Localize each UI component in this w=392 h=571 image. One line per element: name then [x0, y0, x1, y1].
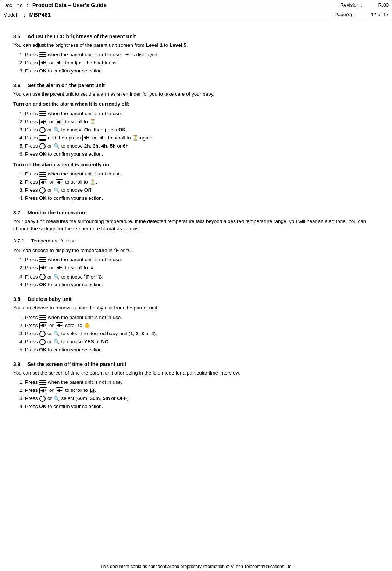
- section-39-heading: 3.9 Set the screen off time of the paren…: [13, 361, 379, 368]
- ok-circle-icon: [39, 396, 46, 402]
- section-36-turn-off-heading: Turn off the alarm when it is currently …: [13, 161, 379, 169]
- vol-plus-icon: ◀+: [39, 179, 47, 186]
- list-item: Press OK to confirm your selection.: [25, 403, 379, 411]
- ok-circle-icon: [39, 339, 46, 345]
- pages-value: 12 of 17: [371, 12, 389, 17]
- list-item: Press when the parent unit is not in use…: [25, 314, 379, 322]
- menu-icon: [39, 315, 46, 320]
- search-icon: 🔍: [54, 273, 60, 281]
- doc-title-label: Doc Title: [3, 3, 23, 8]
- list-item: Press or 🔍 to choose YES or NO: [25, 338, 379, 346]
- header-colon1: :: [24, 3, 31, 8]
- list-item: Press or 🔍 to choose 2h, 3h, 4h, 5h or 6…: [25, 142, 379, 150]
- search-icon: 🔍: [54, 338, 60, 345]
- section-371-heading: 3.7.1 Temperature format: [13, 237, 379, 245]
- list-item: Press or 🔍 to choose On, then press OK.: [25, 126, 379, 134]
- list-item: Press ◀+ or ◀– to adjust the brightness.: [25, 59, 379, 67]
- list-item: Press ◀+ or ◀– to scroll to ⏳.: [25, 178, 379, 186]
- section-39-steps: Press when the parent unit is not in use…: [13, 379, 379, 411]
- section-36-turn-on-steps: Press when the parent unit is not in use…: [13, 110, 379, 158]
- section-36-heading: 3.6 Set the alarm on the parent unit: [13, 82, 379, 89]
- ok-circle-icon: [39, 187, 46, 194]
- ok-circle-icon: [39, 143, 46, 149]
- list-item: Press and then press ◀+ or ◀– to scroll …: [25, 134, 379, 142]
- vol-minus-icon: ◀–: [56, 265, 64, 271]
- search-icon: 🔍: [54, 126, 60, 134]
- ok-circle-icon: [39, 274, 46, 280]
- vol-plus-icon: ◀+: [82, 135, 90, 141]
- model-value: MBP481: [29, 11, 51, 18]
- revision-value: R.00: [378, 2, 389, 8]
- model-label: Model: [3, 12, 17, 18]
- list-item: Press OK to confirm your selection.: [25, 281, 379, 289]
- section-36-turn-off-steps: Press when the parent unit is not in use…: [13, 170, 379, 202]
- screen-icon: 🖼: [90, 387, 95, 394]
- main-content: 3.5 Adjust the LCD brightness of the par…: [0, 19, 392, 571]
- search-icon: 🔍: [54, 395, 60, 402]
- vol-plus-icon: ◀+: [39, 119, 47, 125]
- list-item: Press or 🔍 to choose Off: [25, 187, 379, 194]
- section-371-steps: Press when the parent unit is not in use…: [13, 256, 379, 289]
- list-item: Press OK to confirm your selection.: [25, 67, 379, 75]
- footer-text: This document contains confidential and …: [100, 564, 291, 569]
- list-item: Press OK to confirm your selection.: [25, 195, 379, 202]
- vol-minus-icon: ◀–: [56, 60, 64, 66]
- pages-label: Page(s) :: [335, 12, 355, 17]
- section-35-heading: 3.5 Adjust the LCD brightness of the par…: [13, 33, 379, 40]
- list-item: Press when the parent unit is not in use…: [25, 51, 379, 59]
- list-item: Press when the parent unit is not in use…: [25, 379, 379, 386]
- list-item: Press when the parent unit is not in use…: [25, 170, 379, 178]
- section-36-turn-on-heading: Turn on and set the alarm when it is cur…: [13, 100, 379, 108]
- vol-minus-icon: ◀–: [56, 387, 64, 394]
- vol-plus-icon: ◀+: [39, 265, 47, 271]
- vol-minus-icon: ◀–: [56, 322, 64, 329]
- section-37-intro: Your baby unit measures the surrounding …: [13, 218, 379, 232]
- doc-title-value: Product Data – User's Guide: [32, 2, 107, 8]
- header-colon2: :: [18, 12, 28, 18]
- thermometer-icon: 🌡: [90, 264, 95, 272]
- section-371-intro: You can choose to display the temperatur…: [13, 246, 379, 254]
- section-37-heading: 3.7 Monitor the temperature: [13, 209, 379, 216]
- alarm-icon: ⏳: [132, 134, 138, 142]
- menu-icon: [39, 172, 46, 177]
- list-item: Press OK to confirm your selection.: [25, 346, 379, 354]
- menu-icon: [39, 257, 46, 262]
- footer: This document contains confidential and …: [0, 562, 392, 571]
- section-38-intro: You can choose to remove a paired baby u…: [13, 304, 379, 312]
- section-36-intro: You can use the parent unit to set the a…: [13, 91, 379, 98]
- list-item: Press ◀+ or ◀– to scroll to 🌡.: [25, 264, 379, 272]
- sun-icon: ☀: [125, 51, 129, 58]
- list-item: Press when the parent unit is not in use…: [25, 110, 379, 118]
- list-item: Press when the parent unit is not in use…: [25, 256, 379, 264]
- list-item: Press or 🔍 select (60m, 30m, 5m or OFF).: [25, 395, 379, 402]
- ok-circle-icon: [39, 127, 46, 133]
- search-icon: 🔍: [54, 330, 60, 337]
- menu-icon: [39, 111, 46, 116]
- vol-minus-icon: ◀–: [56, 179, 64, 186]
- section-35-steps: Press when the parent unit is not in use…: [13, 51, 379, 75]
- section-35-intro: You can adjust the brightness of the par…: [13, 42, 379, 49]
- baby-icon: 👶: [84, 322, 90, 329]
- search-icon: 🔍: [54, 142, 60, 150]
- vol-plus-icon: ◀+: [39, 387, 47, 394]
- search-icon: 🔍: [54, 187, 60, 194]
- list-item: Press ◀+ or ◀– scroll to 👶.: [25, 322, 379, 330]
- section-38-steps: Press when the parent unit is not in use…: [13, 314, 379, 354]
- list-item: Press OK to confirm your selection.: [25, 150, 379, 158]
- vol-plus-icon: ◀+: [39, 60, 47, 66]
- header-table: Doc Title : Product Data – User's Guide …: [0, 0, 392, 19]
- vol-minus-icon: ◀–: [99, 135, 107, 141]
- list-item: Press or 🔍 to select the desired baby un…: [25, 330, 379, 338]
- revision-label: Revision :: [340, 2, 362, 8]
- list-item: Press or 🔍 to choose oF or oC.: [25, 272, 379, 281]
- alarm-icon: ⏳: [90, 118, 96, 125]
- vol-plus-icon: ◀+: [39, 322, 47, 329]
- section-39-intro: You can set the screen of time the paren…: [13, 369, 379, 377]
- menu-icon: [39, 52, 46, 57]
- menu-icon: [39, 135, 46, 141]
- list-item: Press ◀+ or ◀– to scroll to 🖼.: [25, 387, 379, 394]
- vol-minus-icon: ◀–: [56, 119, 64, 125]
- ok-circle-icon: [39, 331, 46, 337]
- section-38-heading: 3.8 Delete a baby unit: [13, 295, 379, 303]
- alarm-icon: ⏳: [90, 178, 96, 186]
